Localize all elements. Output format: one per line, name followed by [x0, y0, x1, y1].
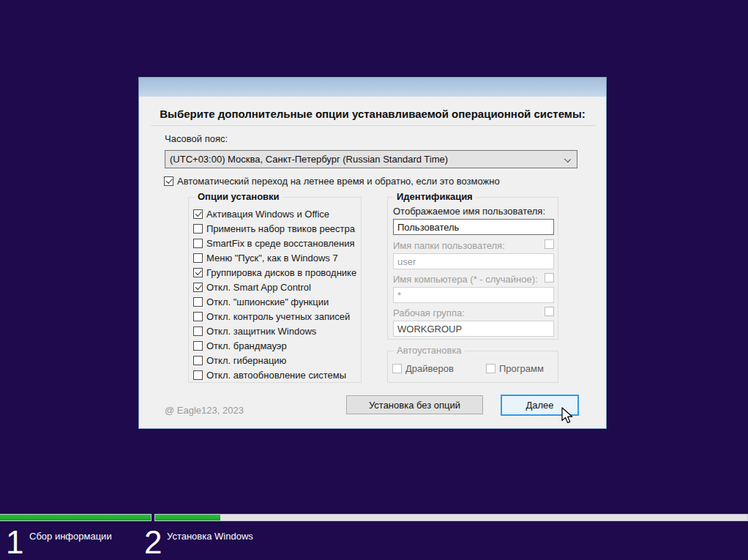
install-without-options-button[interactable]: Установка без опций — [346, 395, 483, 414]
folder-name-label: Имя папки пользователя: — [393, 240, 505, 251]
option-label: Откл. контроль учетных записей — [206, 311, 350, 322]
option-label: Откл. Smart App Control — [206, 282, 311, 293]
display-name-input[interactable] — [393, 219, 554, 235]
copyright-text: @ Eagle123, 2023 — [165, 405, 244, 416]
option-checkbox[interactable] — [193, 356, 203, 365]
step2-progress-bar — [154, 514, 748, 521]
dialog-titlebar[interactable] — [139, 78, 606, 97]
option-checkbox[interactable] — [193, 209, 203, 219]
step1-progress-fill — [0, 515, 151, 520]
computer-name-label: Имя компьютера (* - случайное): — [393, 274, 538, 285]
option-row[interactable]: Откл. контроль учетных записей — [193, 309, 358, 324]
programs-checkbox[interactable] — [486, 364, 495, 373]
step2-label: Установка Windows — [167, 531, 253, 542]
option-checkbox[interactable] — [193, 224, 203, 234]
workgroup-input[interactable] — [393, 321, 554, 337]
timezone-dropdown[interactable]: (UTC+03:00) Москва, Санкт-Петербург (Rus… — [165, 150, 577, 168]
display-name-label: Отображаемое имя пользователя: — [393, 206, 545, 217]
identification-title: Идентификация — [394, 191, 476, 203]
dialog-heading: Выберите дополнительные опции устанавлив… — [139, 108, 606, 120]
option-checkbox[interactable] — [193, 239, 203, 248]
dst-checkbox-row[interactable]: Автоматический переход на летнее время и… — [164, 173, 500, 188]
step1-label: Сбор информации — [29, 531, 112, 542]
step2-progress-fill — [155, 515, 220, 520]
option-label: Откл. гибернацию — [206, 355, 286, 366]
option-row[interactable]: Откл. гибернацию — [193, 353, 358, 367]
option-row[interactable]: Применить набор твиков реестра — [193, 221, 358, 236]
computer-name-input[interactable] — [393, 287, 554, 303]
option-checkbox[interactable] — [193, 326, 203, 336]
option-label: SmartFix в среде восстановления — [206, 238, 355, 249]
option-row[interactable]: SmartFix в среде восстановления — [193, 236, 358, 250]
dst-checkbox-label: Автоматический переход на летнее время и… — [177, 176, 500, 187]
autoinstall-programs-row[interactable]: Программ — [486, 363, 544, 374]
option-checkbox[interactable] — [193, 268, 203, 277]
option-row[interactable]: Меню "Пуск", как в Windows 7 — [193, 250, 358, 265]
programs-label: Программ — [499, 363, 544, 374]
options-dialog: Выберите дополнительные опции устанавлив… — [138, 77, 607, 429]
option-row[interactable]: Откл. "шпионские" функции — [193, 294, 358, 309]
step1-number: 1 — [6, 526, 23, 559]
option-checkbox[interactable] — [193, 341, 203, 351]
autoinstall-group: Автоустановка Драйверов Программ — [387, 351, 558, 383]
workgroup-label: Рабочая группа: — [393, 307, 465, 318]
timezone-selected-value: (UTC+03:00) Москва, Санкт-Петербург (Rus… — [170, 154, 448, 165]
option-label: Откл. автообновление системы — [206, 370, 346, 381]
option-label: Откл. защитник Windows — [206, 326, 316, 337]
option-checkbox[interactable] — [193, 312, 203, 321]
option-label: Откл. брандмауэр — [206, 340, 287, 351]
option-checkbox[interactable] — [193, 253, 203, 263]
folder-name-input[interactable] — [393, 253, 554, 269]
install-options-list: Активация Windows и Office Применить наб… — [193, 206, 358, 382]
workgroup-enable-checkbox[interactable] — [545, 307, 554, 316]
option-row[interactable]: Откл. Smart App Control — [193, 280, 358, 294]
dst-checkbox[interactable] — [164, 176, 173, 186]
folder-name-enable-checkbox[interactable] — [545, 239, 554, 249]
autoinstall-title: Автоустановка — [394, 345, 465, 356]
option-row[interactable]: Откл. автообновление системы — [193, 367, 358, 382]
option-row[interactable]: Группировка дисков в проводнике — [193, 265, 358, 280]
option-checkbox[interactable] — [193, 370, 203, 380]
chevron-down-icon — [564, 156, 571, 163]
install-options-title: Опции установки — [195, 191, 283, 203]
option-row[interactable]: Активация Windows и Office — [193, 206, 358, 221]
option-row[interactable]: Откл. защитник Windows — [193, 324, 358, 338]
computer-name-enable-checkbox[interactable] — [545, 273, 554, 283]
option-label: Активация Windows и Office — [206, 209, 329, 220]
heading-divider — [151, 125, 596, 126]
autoinstall-drivers-row[interactable]: Драйверов — [392, 363, 454, 374]
drivers-checkbox[interactable] — [392, 364, 402, 373]
option-checkbox[interactable] — [193, 297, 203, 307]
mouse-cursor-icon — [561, 407, 574, 425]
setup-background: Выберите дополнительные опции устанавлив… — [0, 0, 748, 560]
identification-group: Идентификация Отображаемое имя пользоват… — [387, 197, 558, 340]
option-label: Применить набор твиков реестра — [206, 223, 355, 234]
option-label: Откл. "шпионские" функции — [206, 296, 329, 307]
step1-progress-bar — [0, 514, 152, 521]
install-options-group: Опции установки Активация Windows и Offi… — [188, 197, 362, 383]
step2-number: 2 — [144, 526, 162, 559]
option-checkbox[interactable] — [193, 283, 203, 292]
option-label: Меню "Пуск", как в Windows 7 — [206, 253, 338, 264]
timezone-label: Часовой пояс: — [165, 133, 228, 144]
option-label: Группировка дисков в проводнике — [206, 267, 356, 278]
drivers-label: Драйверов — [405, 363, 454, 374]
option-row[interactable]: Откл. брандмауэр — [193, 338, 358, 353]
